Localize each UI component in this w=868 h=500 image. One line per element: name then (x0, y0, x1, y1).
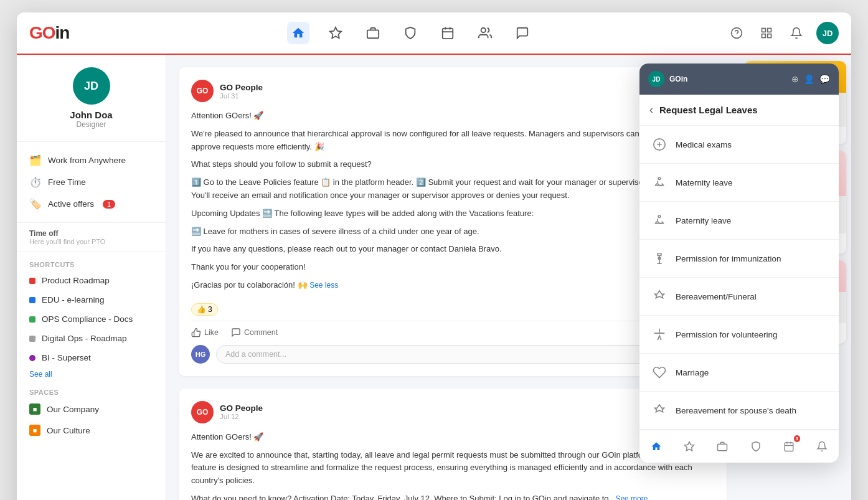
free-time-icon: ⏱️ (29, 176, 42, 188)
svg-rect-9 (762, 29, 766, 32)
post-1-comment-btn[interactable]: Comment (231, 328, 278, 337)
grid-icon[interactable] (757, 23, 776, 43)
fp-label-immunization: Permission for immunization (676, 254, 781, 263)
fp-label-maternity: Maternity leave (676, 178, 733, 187)
post-1-line-5: Upcoming Updates 🔜 The following leave t… (191, 207, 714, 220)
post-2-date: Jul 12 (220, 413, 263, 420)
floating-panel: JD GOin ⊕ 👤 💬 ‹ Request Legal Leaves Med… (639, 64, 839, 463)
fp-panel-title: Request Legal Leaves (659, 105, 758, 115)
shortcut-edu[interactable]: EDU - e-learning (17, 290, 166, 309)
post-1-like-btn[interactable]: Like (191, 328, 219, 337)
post-1-line-3: What steps should you follow to submit a… (191, 158, 714, 171)
fp-nav-briefcase[interactable] (711, 435, 734, 458)
fp-icon-volunteering (651, 326, 668, 343)
fp-icon-bereavement (651, 288, 668, 305)
post-1-avatar: GO (191, 80, 214, 102)
nav-calendar[interactable] (436, 22, 459, 44)
sidebar-time-off: Time off Here you'll find your PTO (17, 223, 166, 252)
nav-chat[interactable] (511, 22, 534, 44)
nav-briefcase[interactable] (362, 22, 384, 44)
post-2-line-2: We are excited to announce that, startin… (191, 449, 714, 488)
sidebar-item-free-time[interactable]: ⏱️ Free Time (17, 171, 166, 193)
space-label-our-company: Our Company (47, 405, 99, 414)
svg-rect-17 (718, 444, 727, 451)
fp-item-maternity-leave[interactable]: Maternity leave (639, 164, 839, 202)
sidebar-item-work-from-anywhere[interactable]: 🗂️ Work from Anywhere (17, 149, 166, 171)
fp-label-medical-exams: Medical exams (676, 140, 732, 149)
logo: GOin (29, 23, 69, 43)
top-right-icons: JD (727, 22, 839, 44)
post-1-comment-input[interactable]: Add a comment... (216, 345, 679, 364)
fp-item-bereavement[interactable]: Bereavement/Funeral (639, 278, 839, 316)
space-icon-our-company: ■ (29, 403, 40, 415)
post-1-header: GO GO People Jul 31 (191, 80, 714, 102)
post-2-see-more[interactable]: See more (615, 494, 648, 500)
fp-item-immunization[interactable]: Permission for immunization (639, 240, 839, 278)
space-our-company[interactable]: ■ Our Company (17, 399, 166, 420)
fp-icon-maternity (651, 174, 668, 191)
shortcut-ops-compliance[interactable]: OPS Compliance - Docs (17, 309, 166, 329)
post-2-meta: GO People Jul 12 (220, 403, 263, 420)
fp-nav-star[interactable] (678, 435, 701, 458)
bell-icon[interactable] (786, 23, 806, 43)
nav-people[interactable] (474, 22, 496, 44)
space-our-culture[interactable]: ■ Our Culture (17, 420, 166, 441)
post-2-line-1: Attention GOers! 🚀 (191, 431, 714, 444)
post-1-body: Attention GOers! 🚀 We're pleased to anno… (191, 110, 714, 292)
fp-icon-medical (651, 136, 668, 153)
post-1-reactions: 👍 3 (191, 297, 714, 321)
shortcut-dot-1 (29, 278, 35, 284)
shortcut-product-roadmap[interactable]: Product Roadmap (17, 271, 166, 290)
fp-item-medical-exams[interactable]: Medical exams (639, 126, 839, 164)
fp-item-marriage[interactable]: Marriage (639, 354, 839, 392)
user-avatar[interactable]: JD (816, 22, 839, 44)
top-bar: GOin (17, 12, 851, 55)
post-1-comment-area: HG Add a comment... 🖼️ 😊 (191, 337, 714, 364)
post-1-line-9: ¡Gracias por tu colaboración! 🙌 See less (191, 279, 714, 292)
shortcut-digital-ops[interactable]: Digital Ops - Roadmap (17, 329, 166, 348)
shortcut-label-1: Product Roadmap (42, 276, 110, 285)
nav-home[interactable] (287, 22, 309, 44)
fp-item-paternity-leave[interactable]: Paternity leave (639, 202, 839, 240)
post-1-see-less[interactable]: See less (309, 281, 338, 290)
fp-nav-shield[interactable] (745, 435, 767, 458)
fp-item-volunteering[interactable]: Permission for volunteering (639, 316, 839, 354)
sidebar-item-free-time-label: Free Time (48, 177, 86, 187)
svg-point-6 (481, 28, 486, 32)
fp-header-chat-icon[interactable]: 💬 (819, 74, 830, 84)
active-offers-badge: 1 (103, 200, 115, 209)
post-2-avatar: GO (191, 401, 214, 423)
fp-nav-calendar[interactable]: 3 (778, 435, 800, 458)
post-1-author: GO People (220, 83, 263, 92)
nav-star[interactable] (324, 22, 347, 44)
fp-icon-immunization (651, 250, 668, 267)
post-1-line-8: Thank you for your cooperation! (191, 261, 714, 274)
help-icon[interactable] (727, 23, 747, 43)
fp-item-bereavement-spouse[interactable]: Bereavement for spouse's death (639, 392, 839, 430)
sidebar-item-work-label: Work from Anywhere (48, 156, 126, 165)
fp-header-add-icon[interactable]: ⊕ (791, 74, 799, 84)
shortcut-bi-superset[interactable]: BI - Superset (17, 348, 166, 367)
sidebar-item-active-offers[interactable]: 🏷️ Active offers 1 (17, 193, 166, 215)
fp-title-bar: ‹ Request Legal Leaves (639, 95, 839, 126)
fp-header-people-icon[interactable]: 👤 (804, 74, 814, 84)
space-icon-our-culture: ■ (29, 425, 40, 436)
calendar-badge: 3 (794, 435, 800, 442)
svg-rect-11 (768, 34, 771, 38)
post-1-date: Jul 31 (220, 92, 263, 100)
post-1-line-6: 🔜 Leave for mothers in cases of severe i… (191, 225, 714, 238)
shortcuts-see-all[interactable]: See all (17, 367, 166, 386)
post-2-body: Attention GOers! 🚀 We are excited to ann… (191, 431, 714, 500)
fp-icon-marriage (651, 364, 668, 381)
post-1-reaction-count: 3 (208, 305, 212, 314)
fp-nav-home[interactable] (645, 435, 668, 458)
sidebar-quick-links: 🗂️ Work from Anywhere ⏱️ Free Time 🏷️ Ac… (17, 142, 166, 223)
fp-nav-bell[interactable] (811, 435, 833, 458)
sidebar-avatar[interactable]: JD (73, 67, 110, 105)
post-1-reaction-badge: 👍 3 (191, 303, 218, 316)
svg-marker-16 (684, 442, 694, 451)
nav-shield[interactable] (399, 22, 422, 44)
post-1-comment-label: Comment (244, 328, 278, 337)
fp-back-button[interactable]: ‹ (649, 103, 653, 116)
post-1-like-label: Like (204, 328, 219, 337)
